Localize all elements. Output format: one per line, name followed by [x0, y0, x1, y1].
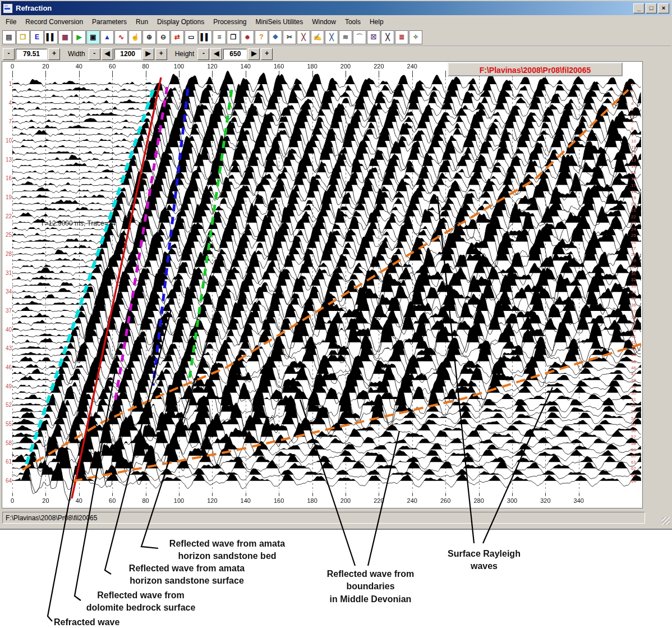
bottom-axis-tick-200: 200 [337, 497, 354, 504]
top-axis-tick-200: 200 [337, 63, 354, 70]
right-trace-label-57: 57 [631, 434, 636, 439]
top-axis-tick-240: 240 [404, 63, 421, 70]
right-trace-label-5: 5 [631, 107, 633, 112]
callout-refracted: Refracted wave [54, 616, 119, 628]
callout-amata-bed: Reflected wave from amatahorizon sandsto… [160, 538, 294, 563]
right-trace-label-17: 17 [631, 183, 636, 188]
right-trace-label-36: 36 [631, 302, 636, 308]
right-trace-label-37: 37 [631, 309, 636, 314]
right-trace-label-61: 61 [631, 460, 636, 465]
bottom-axis-tick-340: 340 [570, 497, 587, 504]
left-trace-label-1: 1 [2, 81, 12, 87]
right-trace-label-33: 33 [631, 283, 636, 288]
right-trace-label-9: 9 [631, 132, 633, 137]
right-trace-label-11: 11 [631, 145, 636, 150]
right-trace-label-31: 31 [631, 271, 636, 276]
bottom-axis-tick-60: 60 [104, 497, 121, 504]
bottom-axis-tick-140: 140 [237, 497, 254, 504]
right-trace-label-39: 39 [631, 321, 636, 326]
left-trace-label-52: 52 [2, 402, 12, 408]
right-trace-label-47: 47 [631, 372, 636, 377]
right-trace-label-56: 56 [631, 428, 636, 433]
right-trace-label-43: 43 [631, 346, 636, 351]
right-trace-label-40: 40 [631, 328, 636, 333]
right-trace-label-8: 8 [631, 126, 633, 131]
callout-dolomite: Reflected wave fromdolomite bedrock surf… [81, 589, 200, 615]
bottom-axis-tick-100: 100 [171, 497, 187, 504]
top-axis-tick-100: 100 [171, 63, 187, 70]
right-trace-label-18: 18 [631, 189, 636, 194]
right-trace-label-6: 6 [631, 113, 633, 118]
callout-amata-surface: Reflected wave from amatahorizon sandsto… [119, 562, 254, 588]
right-trace-label-60: 60 [631, 453, 636, 459]
left-trace-label-55: 55 [2, 421, 12, 427]
callout-rayleigh: Surface Rayleigh waves [434, 548, 535, 573]
right-trace-label-30: 30 [631, 264, 636, 269]
bottom-axis-tick-260: 260 [437, 497, 454, 504]
right-trace-label-3: 3 [631, 94, 633, 99]
left-trace-label-43: 43 [2, 345, 12, 351]
left-trace-label-10: 10 [2, 137, 12, 144]
right-trace-label-13: 13 [631, 158, 636, 163]
right-trace-label-38: 38 [631, 315, 636, 320]
right-trace-label-20: 20 [631, 201, 636, 207]
right-trace-label-50: 50 [631, 391, 636, 396]
right-trace-label-34: 34 [631, 290, 636, 295]
bottom-axis-tick-40: 40 [71, 497, 88, 504]
left-trace-label-58: 58 [2, 440, 12, 446]
bottom-axis-tick-220: 220 [370, 497, 387, 504]
bottom-axis-tick-80: 80 [137, 497, 154, 504]
left-trace-label-7: 7 [2, 118, 12, 125]
right-trace-label-26: 26 [631, 240, 636, 245]
right-trace-label-29: 29 [631, 258, 636, 263]
top-axis-tick-40: 40 [71, 63, 88, 70]
top-axis-tick-80: 80 [137, 63, 154, 70]
left-trace-label-25: 25 [2, 232, 12, 238]
right-trace-label-49: 49 [631, 384, 636, 389]
right-trace-label-59: 59 [631, 447, 636, 452]
right-trace-label-55: 55 [631, 422, 636, 427]
right-trace-label-23: 23 [631, 221, 636, 226]
left-trace-label-4: 4 [2, 100, 12, 106]
right-trace-label-52: 52 [631, 403, 636, 408]
left-trace-label-19: 19 [2, 194, 12, 200]
time-pick-annotation: T=12.9000 ms, Trace=24 [40, 219, 116, 227]
right-trace-label-53: 53 [631, 409, 636, 414]
left-trace-label-34: 34 [2, 288, 12, 295]
left-trace-label-28: 28 [2, 251, 12, 257]
left-trace-label-37: 37 [2, 308, 12, 314]
left-trace-label-64: 64 [2, 478, 12, 484]
top-axis-tick-180: 180 [304, 63, 321, 70]
file-path-label: F:\Plavinas\2008\Pr08\fil20065 [448, 62, 623, 76]
bottom-axis-tick-120: 120 [204, 497, 220, 504]
bottom-axis-tick-280: 280 [471, 497, 487, 504]
right-trace-label-51: 51 [631, 397, 636, 402]
bottom-axis-tick-20: 20 [37, 497, 54, 504]
right-trace-label-25: 25 [631, 233, 636, 238]
top-axis-tick-60: 60 [104, 63, 121, 70]
left-trace-label-13: 13 [2, 157, 12, 163]
right-trace-label-19: 19 [631, 195, 636, 200]
bottom-axis-tick-240: 240 [404, 497, 421, 504]
top-axis-tick-20: 20 [37, 63, 54, 70]
right-trace-label-58: 58 [631, 441, 636, 446]
seismogram-canvas[interactable] [0, 0, 672, 628]
bottom-axis-tick-0: 0 [4, 497, 21, 504]
right-trace-label-16: 16 [631, 176, 636, 181]
right-trace-label-15: 15 [631, 170, 636, 175]
right-trace-label-35: 35 [631, 296, 636, 301]
right-trace-label-12: 12 [631, 151, 636, 156]
right-trace-label-4: 4 [631, 101, 633, 106]
right-trace-label-28: 28 [631, 252, 636, 257]
right-trace-label-45: 45 [631, 359, 636, 364]
bottom-axis-tick-160: 160 [270, 497, 287, 504]
left-trace-label-49: 49 [2, 383, 12, 389]
bottom-axis-tick-320: 320 [537, 497, 554, 504]
right-trace-label-48: 48 [631, 378, 636, 383]
top-axis-tick-0: 0 [4, 63, 21, 70]
left-trace-label-16: 16 [2, 175, 12, 181]
right-trace-label-22: 22 [631, 214, 636, 219]
right-trace-label-62: 62 [631, 466, 636, 471]
left-trace-label-31: 31 [2, 270, 12, 276]
right-trace-label-64: 64 [631, 479, 636, 484]
